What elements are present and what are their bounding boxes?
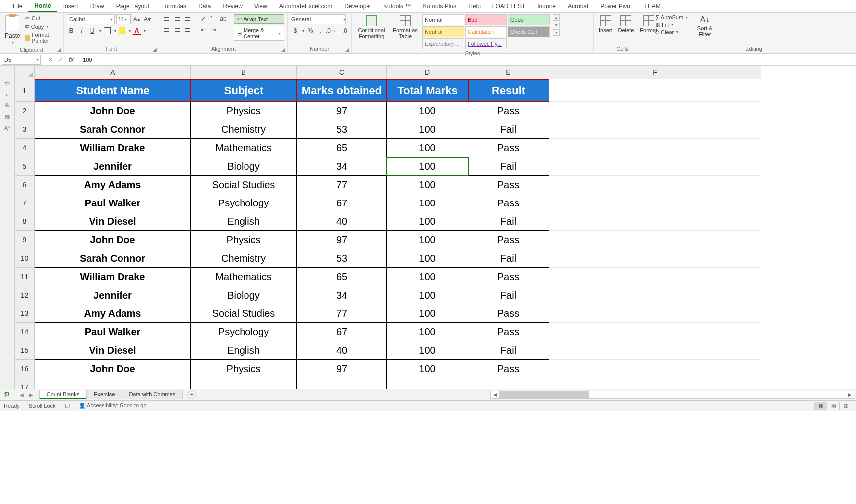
data-cell[interactable]: William Drake [35,139,191,157]
row-header[interactable]: 8 [15,212,35,231]
data-cell[interactable] [35,378,191,389]
cell-style-normal[interactable]: Normal [422,14,464,25]
data-cell[interactable]: 77 [297,176,387,194]
data-cell[interactable]: Fail [468,341,549,360]
align-center-button[interactable] [173,25,182,34]
percent-button[interactable]: % [306,26,315,35]
insert-cells-button[interactable]: Insert [597,14,614,34]
font-name-combo[interactable]: Calibri▾ [67,14,115,24]
data-cell[interactable]: John Doe [35,102,191,120]
data-cell[interactable]: Biology [191,286,297,304]
empty-cell[interactable] [549,139,761,157]
data-cell[interactable]: Pass [468,139,549,157]
border-button[interactable] [103,26,112,35]
empty-cell[interactable] [549,120,761,139]
row-header[interactable]: 5 [15,157,35,176]
data-cell[interactable]: Fail [468,157,549,176]
data-cell[interactable]: 97 [297,360,387,378]
data-cell[interactable]: 67 [297,323,387,341]
empty-cell[interactable] [549,176,761,194]
data-cell[interactable]: Sarah Connor [35,249,191,268]
data-cell[interactable]: 100 [387,304,468,323]
data-cell[interactable]: Mathematics [191,268,297,286]
column-header-A[interactable]: A [35,66,191,79]
data-cell[interactable]: 100 [387,176,468,194]
clear-button[interactable]: ◇Clear▾ [655,29,688,35]
empty-cell[interactable] [549,304,761,323]
data-cell[interactable]: Psychology [191,323,297,341]
dialog-launcher-icon[interactable]: ◢ [153,47,157,52]
macro-record-icon[interactable]: ▢ [65,403,70,409]
header-cell[interactable]: Marks obtained [297,79,387,102]
column-header-D[interactable]: D [387,66,468,79]
font-color-button[interactable]: A [132,26,141,35]
data-cell[interactable]: John Doe [35,231,191,249]
spreadsheet-grid[interactable]: ABCDEF 1234567891011121314151617 Student… [15,66,856,389]
column-header-F[interactable]: F [549,66,761,79]
tab-power-pivot[interactable]: Power Pivot [594,1,638,12]
align-right-button[interactable] [183,25,192,34]
data-cell[interactable]: 65 [297,139,387,157]
font-size-combo[interactable]: 14▾ [116,14,131,24]
delete-cells-button[interactable]: Delete [616,14,636,34]
data-cell[interactable]: Physics [191,231,297,249]
data-cell[interactable]: 67 [297,194,387,212]
data-cell[interactable]: English [191,212,297,231]
page-break-view-button[interactable]: ▥ [839,402,852,410]
empty-cell[interactable] [549,249,761,268]
column-header-C[interactable]: C [297,66,387,79]
row-header[interactable]: 7 [15,194,35,212]
data-cell[interactable]: 40 [297,341,387,360]
data-cell[interactable]: Fail [468,120,549,139]
cell-style-check-cell[interactable]: Check Cell [508,26,550,37]
tab-team[interactable]: TEAM [638,1,666,12]
underline-button[interactable]: U [88,26,97,35]
comma-button[interactable]: , [316,26,325,35]
row-header[interactable]: 6 [15,176,35,194]
data-cell[interactable]: Pass [468,268,549,286]
data-cell[interactable]: Paul Walker [35,194,191,212]
data-cell[interactable]: Pass [468,176,549,194]
copy-button[interactable]: ⧉Copy▾ [24,23,60,30]
decrease-font-button[interactable]: A▾ [143,15,152,24]
styles-scroll-up[interactable]: ▴ [553,14,560,21]
styles-more[interactable]: ▾ [553,29,560,36]
cell-style-bad[interactable]: Bad [465,14,507,25]
column-header-E[interactable]: E [468,66,549,79]
data-cell[interactable]: 100 [387,231,468,249]
column-header-B[interactable]: B [191,66,297,79]
autosum-button[interactable]: ∑AutoSum▾ [655,14,688,20]
data-cell[interactable]: Fail [468,212,549,231]
insert-function-button[interactable]: fx [69,56,74,63]
data-cell[interactable]: Pass [468,304,549,323]
cut-button[interactable]: ✂Cut [24,14,60,22]
data-cell[interactable]: 53 [297,120,387,139]
data-cell[interactable]: Vin Diesel [35,341,191,360]
data-cell[interactable]: English [191,341,297,360]
data-cell[interactable]: 97 [297,102,387,120]
increase-font-button[interactable]: A▴ [132,15,141,24]
tab-draw[interactable]: Draw [84,1,110,12]
data-cell[interactable]: 100 [387,139,468,157]
add-sheet-button[interactable]: + [187,390,196,399]
row-header[interactable]: 1 [15,79,35,102]
tab-data[interactable]: Data [192,1,217,12]
row-header[interactable]: 2 [15,102,35,120]
cell-style-neutral[interactable]: Neutral [422,26,464,37]
tab-kutools-plus[interactable]: Kutools Plus [417,1,462,12]
tab-home[interactable]: Home [28,0,57,12]
data-cell[interactable]: 100 [387,341,468,360]
data-cell[interactable] [387,378,468,389]
data-cell[interactable]: Paul Walker [35,323,191,341]
sheet-tab-exercise[interactable]: Exercise [86,390,122,399]
data-cell[interactable]: Pass [468,231,549,249]
empty-cell[interactable] [549,286,761,304]
tab-help[interactable]: Help [462,1,487,12]
data-cell[interactable]: Social Studies [191,304,297,323]
data-cell[interactable]: Psychology [191,194,297,212]
tab-file[interactable]: File [7,1,28,12]
row-header[interactable]: 9 [15,231,35,249]
empty-cell[interactable] [549,360,761,378]
data-cell[interactable]: Mathematics [191,139,297,157]
data-cell[interactable]: 53 [297,249,387,268]
